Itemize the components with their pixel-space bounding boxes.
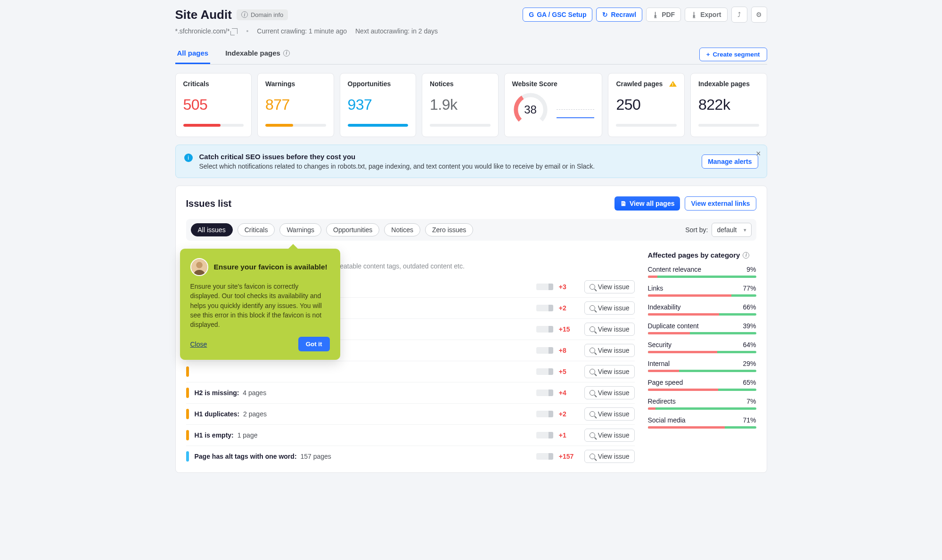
view-issue-button[interactable]: View issue (584, 450, 635, 463)
card-criticals-label: Criticals (183, 80, 244, 88)
search-icon (590, 348, 595, 353)
ga-gsc-label: GA / GSC Setup (537, 11, 586, 18)
popover-got-it-button[interactable]: Got it (298, 337, 330, 351)
severity-indicator (186, 409, 189, 419)
view-all-pages-button[interactable]: 🗎 View all pages (614, 196, 680, 211)
card-notices[interactable]: Notices 1.9k (422, 73, 499, 137)
issue-sparkline (536, 432, 553, 438)
view-issue-button[interactable]: View issue (584, 301, 635, 315)
card-opportunities[interactable]: Opportunities 937 (340, 73, 417, 137)
issue-delta: +15 (559, 325, 579, 333)
issue-suffix: : (295, 453, 297, 460)
create-segment-button[interactable]: + Create segment (699, 48, 767, 61)
recrawl-label: Recrawl (611, 11, 636, 18)
apc-row[interactable]: Links77% (648, 284, 756, 297)
view-issue-button[interactable]: View issue (584, 280, 635, 293)
severity-indicator (186, 366, 189, 377)
issue-sparkline (536, 390, 553, 396)
popover-close-link[interactable]: Close (190, 341, 207, 348)
page-title: Site Audit (175, 8, 232, 22)
issue-delta: +4 (559, 389, 579, 397)
apc-row[interactable]: Redirects7% (648, 398, 756, 410)
scope-domain-text: *.sfchronicle.com/* (175, 27, 230, 35)
apc-name: Page speed (648, 379, 683, 386)
view-issue-button[interactable]: View issue (584, 429, 635, 442)
export-label: Export (700, 11, 721, 18)
filter-pill-all-issues[interactable]: All issues (191, 223, 233, 236)
card-indexable[interactable]: Indexable pages822k (690, 73, 767, 137)
sort-select[interactable]: default (712, 223, 751, 237)
apc-name: Security (648, 341, 672, 349)
filter-pill-zero-issues[interactable]: Zero issues (425, 223, 473, 236)
issue-sparkline (536, 326, 553, 333)
severity-indicator (186, 430, 189, 440)
recrawl-button[interactable]: ↻ Recrawl (596, 8, 642, 22)
search-icon (590, 284, 595, 290)
apc-row[interactable]: Internal29% (648, 360, 756, 372)
apc-row[interactable]: Content relevance9% (648, 266, 756, 278)
issue-sparkline (536, 347, 553, 354)
info-icon (743, 252, 749, 259)
pdf-icon: ⭳ (652, 11, 659, 18)
download-icon: ⭳ (691, 11, 697, 18)
filter-pill-warnings[interactable]: Warnings (279, 223, 321, 236)
apc-row[interactable]: Social media71% (648, 416, 756, 429)
tab-indexable-pages[interactable]: Indexable pages (223, 44, 292, 64)
separator-dot: • (246, 27, 248, 35)
issue-pages: 2 pages (243, 410, 267, 418)
export-button[interactable]: ⭳ Export (685, 8, 727, 22)
banner-title: Catch critical SEO issues before they co… (199, 153, 595, 161)
card-crawled[interactable]: Crawled pages 250 (608, 73, 685, 137)
apc-title: Affected pages by category (648, 251, 740, 259)
issue-sparkline (536, 453, 553, 460)
apc-pct: 29% (743, 360, 756, 367)
view-external-links-button[interactable]: View external links (685, 196, 756, 211)
filter-pill-notices[interactable]: Notices (384, 223, 420, 236)
view-issue-button[interactable]: View issue (584, 407, 635, 421)
settings-button[interactable]: ⚙ (751, 7, 767, 23)
tab-indexable-label: Indexable pages (225, 49, 280, 57)
autocrawl-status: Next autocrawling: in 2 days (355, 27, 438, 35)
share-button[interactable]: ⤴ (731, 7, 747, 23)
alerts-banner: i Catch critical SEO issues before they … (175, 145, 767, 178)
pdf-label: PDF (662, 11, 675, 18)
filter-pill-criticals[interactable]: Criticals (238, 223, 275, 236)
tab-all-pages[interactable]: All pages (175, 44, 211, 64)
card-indexable-label: Indexable pages (698, 80, 759, 88)
issue-sparkline (536, 411, 553, 417)
issue-sparkline (536, 284, 553, 290)
issue-pages: 157 pages (300, 453, 331, 460)
apc-row[interactable]: Duplicate content39% (648, 322, 756, 334)
severity-indicator (186, 388, 189, 398)
card-opportunities-value: 937 (348, 96, 409, 114)
apc-pct: 71% (743, 416, 756, 424)
issue-delta: +5 (559, 368, 579, 375)
apc-row[interactable]: Page speed65% (648, 379, 756, 391)
ga-gsc-button[interactable]: G GA / GSC Setup (523, 8, 592, 22)
filter-pill-opportunities[interactable]: Opportunities (326, 223, 379, 236)
issue-delta: +1 (559, 431, 579, 439)
create-segment-label: Create segment (713, 51, 760, 58)
apc-bar (648, 313, 756, 316)
view-issue-button[interactable]: View issue (584, 386, 635, 399)
domain-info-chip[interactable]: Domain info (237, 9, 288, 20)
card-score-label: Website Score (512, 80, 595, 88)
card-website-score[interactable]: Website Score 38 (504, 73, 603, 137)
card-warnings[interactable]: Warnings 877 (257, 73, 334, 137)
view-issue-button[interactable]: View issue (584, 344, 635, 357)
external-link-icon (232, 28, 238, 34)
manage-alerts-button[interactable]: Manage alerts (702, 154, 758, 169)
issue-row: H1 is empty: 1 page+1View issue (186, 424, 635, 446)
scope-domain[interactable]: *.sfchronicle.com/* (175, 27, 238, 35)
card-criticals[interactable]: Criticals 505 (175, 73, 252, 137)
apc-name: Content relevance (648, 266, 702, 273)
apc-row[interactable]: Security64% (648, 341, 756, 353)
card-notices-value: 1.9k (430, 96, 491, 114)
banner-close-icon[interactable]: × (756, 149, 761, 159)
view-issue-button[interactable]: View issue (584, 365, 635, 378)
view-issue-button[interactable]: View issue (584, 323, 635, 336)
apc-row[interactable]: Indexability66% (648, 303, 756, 316)
plus-icon: + (706, 51, 710, 58)
pdf-button[interactable]: ⭳ PDF (646, 8, 681, 22)
card-indexable-value: 822k (698, 96, 759, 114)
